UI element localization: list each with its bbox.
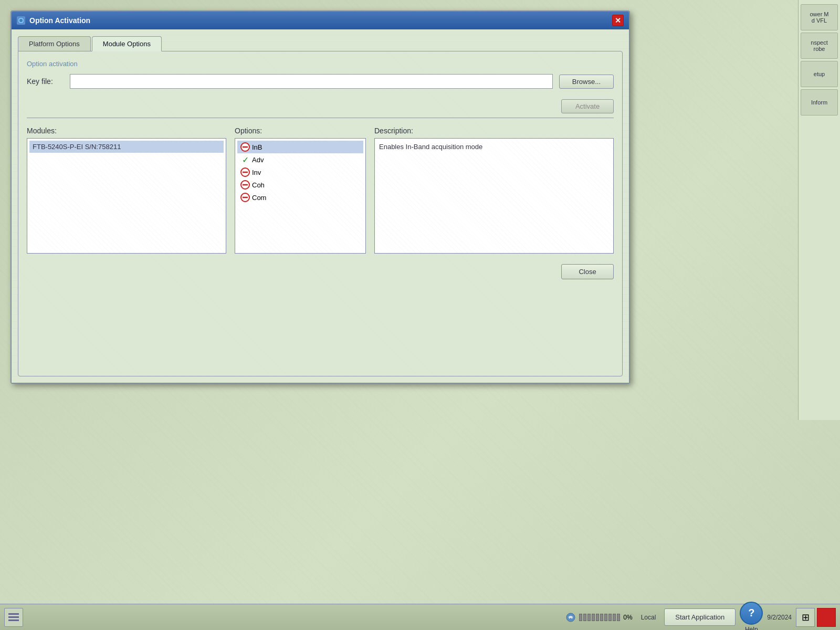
svg-rect-10 [8,613,19,615]
modules-column: Modules: FTB-5240S-P-EI S/N:758211 [27,127,226,254]
taskbar-grid-button[interactable]: ⊞ [796,608,815,627]
svg-point-1 [19,19,23,22]
progress-seg-10 [617,614,620,621]
taskbar-icon [565,612,576,623]
columns-area: Modules: FTB-5240S-P-EI S/N:758211 Optio… [27,127,614,254]
taskbar-progress-area: 0% [565,612,632,623]
progress-bars [579,614,620,621]
option-label-Adv: Adv [252,156,264,164]
tab-platform-options[interactable]: Platform Options [18,36,91,51]
check-icon-Adv: ✓ [240,155,250,164]
option-item-InB[interactable]: InB [237,141,363,153]
browse-button[interactable]: Browse... [559,75,614,89]
title-close-button[interactable]: ✕ [612,15,624,26]
progress-seg-1 [579,614,582,621]
right-sidebar: ower Md VFL nspectrobe etup Inform [798,0,840,420]
module-item-0[interactable]: FTB-5240S-P-EI S/N:758211 [29,141,224,153]
key-file-row: Key file: Browse... [27,74,614,89]
no-icon-Coh [240,180,250,190]
dialog-body: Platform Options Module Options Option a… [12,29,629,383]
no-icon-InB [240,142,250,152]
option-label-InB: InB [252,143,262,151]
help-area: ? Help [740,602,763,631]
svg-rect-11 [8,616,19,618]
dialog-icon [17,16,25,25]
options-listbox: InB ✓ Adv [235,138,366,254]
sidebar-item-power[interactable]: ower Md VFL [801,4,838,30]
help-label: Help [745,626,758,631]
help-button[interactable]: ? [740,602,763,625]
svg-rect-12 [8,620,19,621]
taskbar-red-button[interactable] [817,608,836,627]
key-file-input[interactable] [70,74,553,89]
activate-button[interactable]: Activate [561,99,614,113]
modules-label: Modules: [27,127,226,135]
close-button-row: Close [27,264,614,279]
progress-percent: 0% [623,614,632,621]
progress-seg-5 [596,614,599,621]
divider [27,118,614,118]
options-column: Options: InB [235,127,366,254]
tab-module-options[interactable]: Module Options [92,36,162,51]
key-file-label: Key file: [27,77,64,86]
location-label: Local [641,614,656,621]
modules-listbox: FTB-5240S-P-EI S/N:758211 [27,138,226,254]
start-application-button[interactable]: Start Application [664,608,736,626]
sidebar-item-inform[interactable]: Inform [801,89,838,116]
sidebar-item-inspect[interactable]: nspectrobe [801,33,838,59]
option-item-Inv[interactable]: Inv [237,166,363,178]
section-label: Option activation [27,60,614,68]
progress-seg-2 [583,614,586,621]
progress-seg-8 [608,614,612,621]
progress-seg-7 [604,614,607,621]
date-display: 9/2/2024 [767,614,792,621]
tab-content-module-options: Option activation Key file: Browse... Ac… [18,51,623,376]
description-box: Enables In-Band acquisition mode [374,138,614,254]
option-item-Coh[interactable]: Coh [237,178,363,191]
tabs-container: Platform Options Module Options [18,36,623,51]
description-text: Enables In-Band acquisition mode [379,143,482,151]
sidebar-item-setup[interactable]: etup [801,61,838,87]
progress-seg-6 [600,614,603,621]
start-button[interactable] [4,608,23,627]
no-icon-Inv [240,167,250,177]
dialog-title: Option Activation [29,16,90,25]
progress-seg-9 [613,614,616,621]
option-item-Adv[interactable]: ✓ Adv [237,153,363,166]
title-bar-left: Option Activation [17,16,90,25]
progress-seg-4 [592,614,595,621]
taskbar-right-buttons: ⊞ [796,608,836,627]
option-item-Com[interactable]: Com [237,191,363,204]
no-icon-Com [240,193,250,202]
description-column: Description: Enables In-Band acquisition… [374,127,614,254]
option-activation-dialog: Option Activation ✕ Platform Options Mod… [10,10,630,384]
option-label-Inv: Inv [252,169,261,176]
option-label-Coh: Coh [252,181,265,189]
option-label-Com: Com [252,194,266,202]
title-bar: Option Activation ✕ [12,12,629,29]
description-label: Description: [374,127,614,135]
close-button[interactable]: Close [561,264,614,279]
taskbar: 0% Local Start Application ? Help 9/2/20… [0,604,840,630]
progress-seg-3 [587,614,591,621]
options-label: Options: [235,127,366,135]
